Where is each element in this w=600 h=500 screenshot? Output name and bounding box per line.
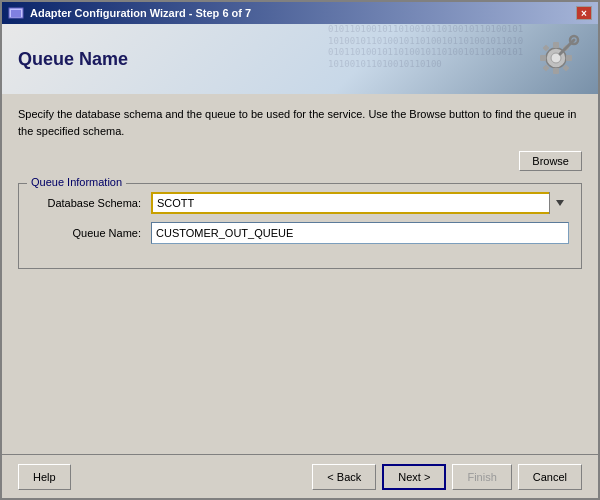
footer-right: < Back Next > Finish Cancel (312, 464, 582, 490)
title-bar-left: Adapter Configuration Wizard - Step 6 of… (8, 5, 251, 21)
wizard-icon (530, 32, 582, 87)
svg-rect-5 (553, 68, 559, 74)
description-text: Specify the database schema and the queu… (18, 106, 582, 139)
database-schema-select[interactable]: SCOTT (151, 192, 569, 214)
footer: Help < Back Next > Finish Cancel (2, 454, 598, 498)
queue-information-group: Queue Information Database Schema: SCOTT (18, 183, 582, 269)
database-schema-select-wrapper: SCOTT (151, 192, 569, 214)
back-button[interactable]: < Back (312, 464, 376, 490)
title-bar-title: Adapter Configuration Wizard - Step 6 of… (30, 7, 251, 19)
page-title: Queue Name (18, 49, 128, 70)
close-button[interactable]: × (576, 6, 592, 20)
svg-rect-4 (553, 42, 559, 48)
title-bar-icon (8, 5, 24, 21)
svg-rect-1 (11, 10, 21, 17)
header-pattern-decoration: 0101101001011010010110100101101001011010… (328, 24, 528, 94)
group-legend: Queue Information (27, 176, 126, 188)
svg-rect-6 (540, 55, 546, 61)
queue-name-row: Queue Name: (31, 222, 569, 244)
main-content: Specify the database schema and the queu… (2, 94, 598, 454)
queue-name-input[interactable] (151, 222, 569, 244)
help-button[interactable]: Help (18, 464, 71, 490)
title-bar: Adapter Configuration Wizard - Step 6 of… (2, 2, 598, 24)
browse-button[interactable]: Browse (519, 151, 582, 171)
finish-button[interactable]: Finish (452, 464, 511, 490)
database-schema-label: Database Schema: (31, 197, 151, 209)
header-banner: 0101101001011010010110100101101001011010… (2, 24, 598, 94)
wizard-window: Adapter Configuration Wizard - Step 6 of… (0, 0, 600, 500)
footer-left: Help (18, 464, 71, 490)
browse-row: Browse (18, 151, 582, 171)
next-button[interactable]: Next > (382, 464, 446, 490)
svg-rect-7 (566, 55, 572, 61)
database-schema-row: Database Schema: SCOTT (31, 192, 569, 214)
queue-name-label: Queue Name: (31, 227, 151, 239)
cancel-button[interactable]: Cancel (518, 464, 582, 490)
